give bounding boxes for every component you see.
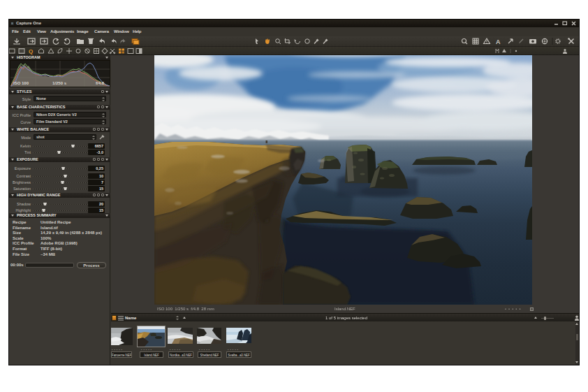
svg-text:ISO 100: ISO 100 bbox=[13, 81, 29, 85]
svg-text:Q: Q bbox=[29, 48, 33, 55]
svg-text:A: A bbox=[496, 38, 501, 45]
svg-text:1/250 s: 1/250 s bbox=[52, 81, 67, 85]
svg-text:f/4.8: f/4.8 bbox=[96, 81, 105, 85]
